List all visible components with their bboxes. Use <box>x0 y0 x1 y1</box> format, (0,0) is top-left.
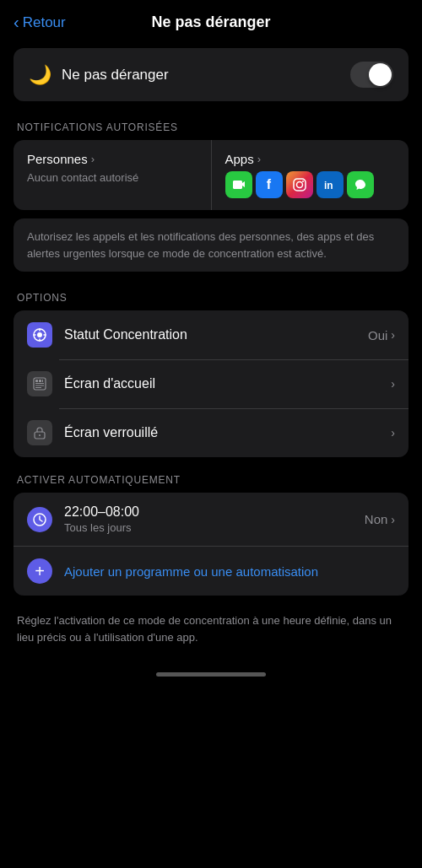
schedule-days: Tous les jours <box>64 521 353 534</box>
app-icons-row: f in <box>225 171 396 198</box>
concentration-right: Oui › <box>368 328 395 342</box>
toggle-left: 🌙 Ne pas déranger <box>29 64 169 86</box>
people-chevron-icon: › <box>91 153 95 165</box>
apps-cell[interactable]: Apps › f <box>212 140 409 210</box>
concentration-value: Oui <box>368 328 387 342</box>
svg-text:in: in <box>324 180 333 191</box>
svg-rect-15 <box>35 387 41 388</box>
lock-screen-row[interactable]: Écran verrouillé › <box>14 408 408 457</box>
notifications-description: Autorisez les appels et les notification… <box>14 218 408 272</box>
schedule-content: 22:00–08:00 Tous les jours <box>64 504 353 534</box>
notifications-desc-text: Autorisez les appels et les notification… <box>27 230 374 260</box>
lock-screen-chevron-icon: › <box>391 426 395 439</box>
people-cell[interactable]: Personnes › Aucun contact autorisé <box>14 140 212 210</box>
home-screen-chevron-icon: › <box>391 377 395 391</box>
linkedin-icon: in <box>316 171 344 198</box>
svg-rect-10 <box>35 380 38 382</box>
header: ‹ Retour Ne pas déranger <box>0 0 422 41</box>
svg-point-3 <box>302 181 304 182</box>
home-screen-main: Écran d'accueil › <box>64 376 395 391</box>
svg-rect-1 <box>294 179 306 191</box>
svg-rect-13 <box>35 383 44 384</box>
home-indicator <box>0 666 422 680</box>
home-screen-icon <box>27 371 52 396</box>
instagram-icon <box>286 171 313 198</box>
lock-screen-label: Écran verrouillé <box>64 425 158 440</box>
notifications-section-label: NOTIFICATIONS AUTORISÉES <box>14 121 408 133</box>
moon-icon: 🌙 <box>29 64 51 86</box>
footer-desc-text: Réglez l'activation de ce mode de concen… <box>17 614 392 644</box>
home-screen-label: Écran d'accueil <box>64 376 155 391</box>
back-button[interactable]: ‹ Retour <box>14 13 66 32</box>
concentration-status-row[interactable]: Statut Concentration Oui › <box>14 310 408 359</box>
schedule-value: Non <box>365 512 388 526</box>
people-subtitle: Aucun contact autorisé <box>27 171 197 184</box>
svg-rect-11 <box>39 380 41 382</box>
svg-rect-14 <box>35 385 44 386</box>
do-not-disturb-toggle[interactable] <box>350 62 393 88</box>
apps-chevron-icon: › <box>257 153 261 165</box>
back-label: Retour <box>23 14 66 31</box>
add-program-row[interactable]: + Ajouter un programme ou une automatisa… <box>14 546 408 596</box>
notifications-card: Personnes › Aucun contact autorisé Apps … <box>14 140 408 210</box>
auto-activate-section-label: ACTIVER AUTOMATIQUEMENT <box>14 474 408 486</box>
add-program-label: Ajouter un programme ou une automatisati… <box>64 563 318 580</box>
options-card: Statut Concentration Oui › <box>14 310 408 457</box>
concentration-chevron-icon: › <box>391 328 395 342</box>
footer-description: Réglez l'activation de ce mode de concen… <box>14 604 408 659</box>
schedule-right: Non › <box>365 512 395 526</box>
svg-point-17 <box>39 434 41 436</box>
concentration-main: Statut Concentration Oui › <box>64 327 395 342</box>
schedule-time: 22:00–08:00 <box>64 504 353 520</box>
facetime-icon <box>225 171 252 198</box>
lock-screen-icon <box>27 420 52 445</box>
page-title: Ne pas déranger <box>151 13 270 31</box>
svg-point-2 <box>296 182 302 188</box>
concentration-label: Statut Concentration <box>64 327 187 342</box>
lock-screen-main: Écran verrouillé › <box>64 425 395 440</box>
svg-point-8 <box>37 332 42 337</box>
messages-icon <box>347 171 374 198</box>
back-chevron-icon: ‹ <box>14 13 19 32</box>
concentration-icon <box>27 322 52 348</box>
schedule-chevron-icon: › <box>391 513 395 526</box>
add-icon: + <box>27 558 52 584</box>
do-not-disturb-toggle-card: 🌙 Ne pas déranger <box>14 48 408 101</box>
apps-title: Apps › <box>225 152 396 166</box>
schedule-row[interactable]: 22:00–08:00 Tous les jours Non › <box>14 493 408 546</box>
options-section-label: OPTIONS <box>14 292 408 304</box>
home-screen-row[interactable]: Écran d'accueil › <box>14 359 408 408</box>
home-bar <box>156 672 266 677</box>
notifications-row: Personnes › Aucun contact autorisé Apps … <box>14 140 408 210</box>
people-title: Personnes › <box>27 152 197 166</box>
svg-rect-12 <box>42 380 43 382</box>
facebook-icon: f <box>256 171 283 198</box>
clock-icon <box>27 507 52 532</box>
toggle-knob <box>369 63 392 86</box>
main-content: 🌙 Ne pas déranger NOTIFICATIONS AUTORISÉ… <box>0 41 422 666</box>
auto-activate-card: 22:00–08:00 Tous les jours Non › + Ajout… <box>14 493 408 596</box>
toggle-label: Ne pas déranger <box>62 67 169 84</box>
